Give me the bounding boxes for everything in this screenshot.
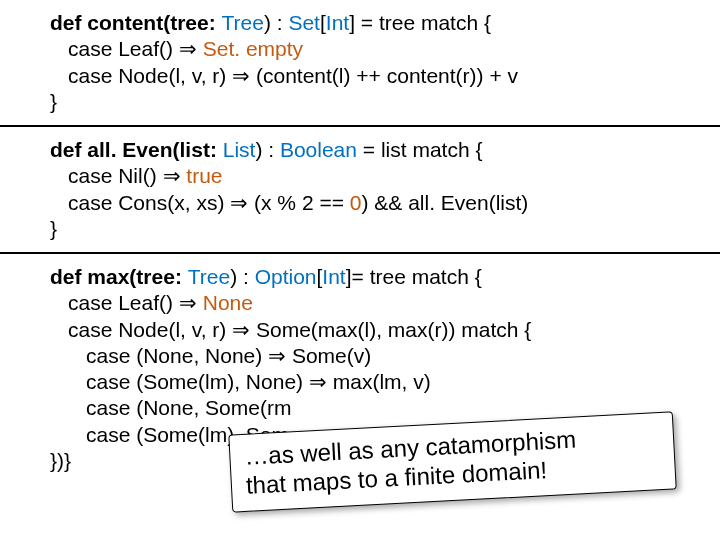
code-line: case Node(l, v, r) ⇒ (content(l) ++ cont… bbox=[50, 63, 720, 89]
literal: true bbox=[186, 164, 222, 187]
text: ) : bbox=[264, 11, 289, 34]
code-line: case Nil() ⇒ true bbox=[50, 163, 720, 189]
text: case Leaf() ⇒ bbox=[68, 37, 203, 60]
literal: 0 bbox=[350, 191, 362, 214]
code-line: case Leaf() ⇒ Set. empty bbox=[50, 36, 720, 62]
code-line: case Cons(x, xs) ⇒ (x % 2 == 0) && all. … bbox=[50, 190, 720, 216]
code-line: } bbox=[50, 216, 720, 242]
kw-def: def max(tree: bbox=[50, 265, 188, 288]
text: ) && all. Even(list) bbox=[361, 191, 528, 214]
code-block-alleven: def all. Even(list: List) : Boolean = li… bbox=[0, 127, 720, 254]
code-line: case (None, None) ⇒ Some(v) bbox=[50, 343, 720, 369]
type-boolean: Boolean bbox=[280, 138, 357, 161]
code-line: } bbox=[50, 89, 720, 115]
text: ) : bbox=[230, 265, 255, 288]
kw-def: def content(tree: bbox=[50, 11, 222, 34]
type-int: Int bbox=[322, 265, 345, 288]
type-option: Option bbox=[255, 265, 317, 288]
text: case Leaf() ⇒ bbox=[68, 291, 203, 314]
type-set: Set bbox=[288, 11, 320, 34]
type-list: List bbox=[223, 138, 256, 161]
literal: None bbox=[203, 291, 253, 314]
code-line: case (Some(lm), None) ⇒ max(lm, v) bbox=[50, 369, 720, 395]
code-line: def all. Even(list: List) : Boolean = li… bbox=[50, 137, 720, 163]
code-line: def max(tree: Tree) : Option[Int]= tree … bbox=[50, 264, 720, 290]
text: ) : bbox=[255, 138, 280, 161]
type-tree: Tree bbox=[188, 265, 230, 288]
type-int: Int bbox=[326, 11, 349, 34]
kw-def: def all. Even(list: bbox=[50, 138, 223, 161]
code-line: case Leaf() ⇒ None bbox=[50, 290, 720, 316]
text: = list match { bbox=[357, 138, 482, 161]
text: case Nil() ⇒ bbox=[68, 164, 186, 187]
text: ]= tree match { bbox=[346, 265, 482, 288]
code-block-content: def content(tree: Tree) : Set[Int] = tre… bbox=[0, 0, 720, 127]
text: case Cons(x, xs) ⇒ (x % 2 == bbox=[68, 191, 350, 214]
text: ] = tree match { bbox=[349, 11, 491, 34]
code-line: case Node(l, v, r) ⇒ Some(max(l), max(r)… bbox=[50, 317, 720, 343]
type-tree: Tree bbox=[222, 11, 264, 34]
literal: Set. empty bbox=[203, 37, 303, 60]
code-line: def content(tree: Tree) : Set[Int] = tre… bbox=[50, 10, 720, 36]
